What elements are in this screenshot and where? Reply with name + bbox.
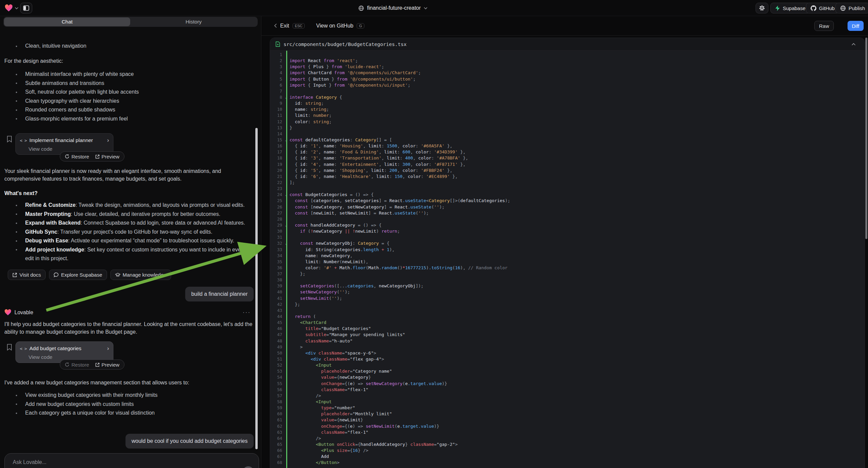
code-line: 24⌄const BudgetCategories = () => {: [270, 192, 865, 198]
tab-history[interactable]: History: [130, 19, 257, 25]
code-line: 62 onChange={(e) => setNewLimit(e.target…: [270, 423, 865, 429]
code-line: 40 setNewCategory('');: [270, 289, 865, 295]
code-line: 63 className="flex-1": [270, 429, 865, 435]
code-line: 30 if (!newCategory || !newLimit) return…: [270, 228, 865, 234]
collapse-file-button[interactable]: [848, 40, 859, 49]
code-line: 25 const [categories, setCategories] = R…: [270, 198, 865, 204]
lovable-logo-heart-icon[interactable]: [5, 4, 13, 12]
list-item: Clean typography with clear hierarchies: [4, 97, 255, 106]
send-button[interactable]: [243, 466, 254, 468]
logo-chevron-down-icon[interactable]: [15, 7, 19, 9]
preview-button[interactable]: Preview: [95, 362, 119, 368]
code-editor[interactable]: 12import React from 'react';3import { Pl…: [270, 51, 865, 468]
code-line: 45 <ChartCard: [270, 320, 865, 326]
exit-button[interactable]: Exit: [280, 23, 289, 29]
code-line: 26 const [newCategory, setNewCategory] =…: [270, 204, 865, 210]
code-line: 21 { id: '6', name: 'Healthcare', limit:…: [270, 174, 865, 180]
code-line: 1: [270, 52, 865, 58]
file-bar[interactable]: src/components/budget/BudgetCategories.t…: [270, 38, 865, 51]
code-scrollbar[interactable]: [865, 38, 867, 239]
file-added-icon: [276, 41, 280, 47]
restore-button[interactable]: Restore: [65, 362, 89, 368]
project-name: financial-future-creator: [367, 5, 421, 11]
list-item: GitHub Sync: Transfer your project's cod…: [4, 228, 255, 237]
added-bullets: View existing budget categories with the…: [4, 391, 255, 418]
publish-button[interactable]: Publish: [835, 3, 868, 13]
version-actions-pill: Restore Preview: [60, 151, 124, 162]
github-button[interactable]: GitHub: [806, 3, 839, 13]
code-line: 10 name: string;: [270, 107, 865, 113]
assistant-header: Lovable ···: [4, 309, 255, 316]
bookmark-icon[interactable]: [7, 344, 12, 351]
chat-history-tabs: Chat History: [3, 17, 258, 27]
list-item: Add project knowledge: Set key context o…: [4, 245, 255, 263]
lovable-heart-icon: [4, 309, 11, 316]
list-item: Subtle animations and transitions: [4, 79, 255, 88]
code-line: 29⌄ const handleAddCategory = () => {: [270, 222, 865, 228]
list-item: Rounded corners and subtle shadows: [4, 106, 255, 115]
code-line: 66 <Plus size={16} />: [270, 447, 865, 454]
composer[interactable]: Ask Lovable... Attach Edit Default: [4, 453, 259, 468]
chat-bubble-icon: [54, 272, 59, 277]
version-card-title: Implement financial planner: [29, 137, 93, 143]
user-message-bubble: build a financial planner: [185, 287, 254, 301]
visit-docs-button[interactable]: Visit docs: [8, 270, 45, 280]
top-bar: financial-future-creator Supabase GitHub…: [0, 0, 868, 16]
user-message-bubble: would be cool if you could add budget ca…: [125, 434, 254, 448]
list-item: Minimalist interface with plenty of whit…: [4, 70, 255, 79]
explore-supabase-button[interactable]: Explore Supabase: [49, 270, 107, 280]
code-line: 3import { Plus } from 'lucide-react';: [270, 64, 865, 70]
preview-button[interactable]: Preview: [95, 154, 119, 159]
code-header: Exit ESC View on GitHub G Raw Diff: [261, 16, 868, 36]
assistant-message: I'll help you add budget categories to t…: [4, 320, 255, 336]
list-item: Debug with Ease: Activate our experiment…: [4, 236, 255, 245]
composer-input[interactable]: Ask Lovable...: [13, 459, 46, 465]
chevron-right-icon: ›: [107, 345, 109, 352]
tab-chat[interactable]: Chat: [4, 18, 130, 26]
raw-button[interactable]: Raw: [814, 21, 834, 31]
list-item: Add new budget categories with custom li…: [4, 400, 255, 409]
list-item: Clean, intuitive navigation: [4, 41, 255, 51]
project-switcher[interactable]: financial-future-creator: [358, 3, 428, 13]
sidebar-toggle-button[interactable]: [20, 3, 32, 13]
code-line: 47 subtitle="Manage your spending limits…: [270, 332, 865, 338]
code-line: 53 placeholder="Category name": [270, 368, 865, 374]
code-line: 48 className="h-auto": [270, 338, 865, 344]
code-line: 18 { id: '3', name: 'Transportation', li…: [270, 155, 865, 161]
code-line: 31: [270, 234, 865, 240]
code-line: 36 color: '#' + Math.floor(Math.random()…: [270, 265, 865, 271]
version-actions-pill: Restore Preview: [60, 359, 124, 370]
chat-panel: Chat History Clean, intuitive navigation…: [0, 16, 261, 468]
code-line: 68 </Button>: [270, 460, 865, 466]
supabase-button[interactable]: Supabase: [770, 3, 810, 13]
code-line: 5import { Button } from '@/components/ui…: [270, 76, 865, 82]
code-line: 19 { id: '4', name: 'Entertainment', lim…: [270, 162, 865, 168]
diff-button[interactable]: Diff: [847, 21, 864, 31]
settings-button[interactable]: [755, 3, 768, 13]
code-line: 35 limit: Number(newLimit),: [270, 259, 865, 265]
code-line: 61 value={newLimit}: [270, 417, 865, 423]
code-line: 22];: [270, 180, 865, 186]
bookmark-icon[interactable]: [7, 136, 12, 143]
supabase-bolt-icon: [775, 5, 780, 11]
code-line: 39 setCategories([...categories, newCate…: [270, 283, 865, 289]
list-item: Refine & Customize: Tweak the design, an…: [4, 201, 255, 210]
code-line: 11 limit: number;: [270, 113, 865, 118]
manage-knowledge-button[interactable]: Manage knowledge: [111, 270, 171, 280]
restore-icon: [65, 154, 69, 159]
restore-button[interactable]: Restore: [65, 154, 89, 159]
list-item: Soft, neutral color palette with light b…: [4, 88, 255, 97]
list-item: Expand with Backend: Connect Supabase to…: [4, 218, 255, 228]
assistant-message: Your sleek financial planner is now read…: [4, 167, 255, 183]
code-line: 4import ChartCard from '@/components/ui/…: [270, 70, 865, 76]
code-icon: < >: [20, 346, 27, 351]
code-line: 54 value={newCategory}: [270, 374, 865, 380]
view-on-github-button[interactable]: View on GitHub: [316, 23, 353, 29]
code-line: 41 setNewLimit('');: [270, 295, 865, 301]
code-line: 33 id: String(categories.length + 1),: [270, 247, 865, 253]
chat-scrollbar[interactable]: [255, 128, 258, 449]
message-menu-button[interactable]: ···: [243, 309, 251, 316]
esc-kbd: ESC: [292, 23, 305, 29]
design-list-tail: Clean, intuitive navigation: [4, 41, 255, 51]
assistant-name: Lovable: [14, 310, 33, 316]
